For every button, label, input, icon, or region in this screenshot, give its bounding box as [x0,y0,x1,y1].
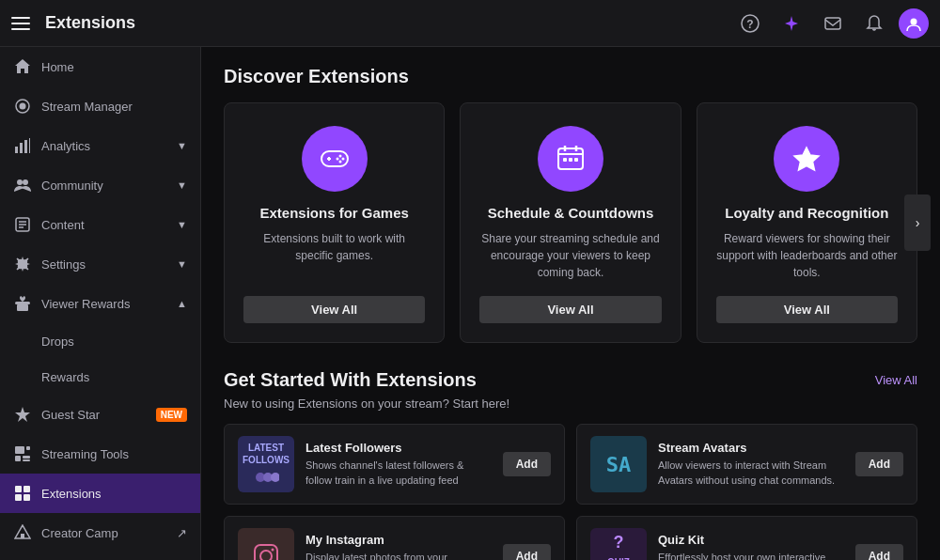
latest-followers-thumbnail: LATEST FOLLOWS [238,436,294,492]
viewer-rewards-icon [13,294,32,313]
schedule-card-icon [538,126,603,192]
home-icon [13,57,32,76]
svg-point-45 [271,473,279,482]
stream-manager-icon [13,97,32,116]
svg-rect-22 [23,456,30,459]
sidebar-item-guest-star[interactable]: Guest Star NEW [0,395,200,434]
stream-avatars-desc: Allow viewers to interact with Stream Av… [658,459,844,488]
games-card-desc: Extensions built to work with specific g… [243,230,425,281]
quiz-kit-name: Quiz Kit [658,533,844,547]
sidebar-item-stream-manager[interactable]: Stream Manager [0,86,200,126]
svg-rect-9 [29,138,30,153]
hamburger-menu-button[interactable] [11,12,34,35]
sidebar-item-extensions[interactable]: Extensions [0,474,200,513]
svg-point-48 [272,549,274,552]
svg-point-47 [260,551,272,560]
my-instagram-thumbnail [238,528,294,560]
svg-rect-23 [23,459,30,461]
user-avatar[interactable] [899,8,929,39]
analytics-chevron-icon: ▼ [177,140,187,151]
discover-card-schedule: Schedule & Countdowns Share your streami… [460,102,681,343]
viewer-rewards-chevron-icon: ▲ [177,298,187,309]
sidebar-item-drops[interactable]: Drops [0,323,200,359]
svg-rect-28 [21,534,24,538]
sidebar-rewards-label: Rewards [41,370,187,384]
sidebar-item-home[interactable]: Home [0,47,200,86]
svg-point-3 [911,18,917,24]
sidebar-extensions-label: Extensions [41,487,187,501]
svg-rect-19 [15,446,24,454]
sidebar-drops-label: Drops [41,334,187,349]
get-started-title: Get Started With Extensions [224,369,477,391]
creator-camp-icon [13,523,32,542]
sidebar-home-label: Home [41,60,187,74]
svg-rect-17 [15,302,30,304]
inbox-icon-button[interactable] [816,7,850,40]
loyalty-card-icon [774,126,839,192]
sidebar-item-viewer-rewards[interactable]: Viewer Rewards ▲ [0,284,200,323]
scroll-right-arrow[interactable]: › [904,194,931,251]
svg-point-33 [341,158,344,161]
schedule-card-title: Schedule & Countdowns [488,205,654,221]
loyalty-card-desc: Reward viewers for showing their support… [716,230,898,281]
extension-item-my-instagram: My Instagram Display latest photos from … [224,516,565,560]
loyalty-view-all-button[interactable]: View All [716,296,898,323]
sidebar-item-rewards[interactable]: Rewards [0,359,200,395]
sidebar-settings-label: Settings [41,257,167,272]
help-icon-button[interactable]: ? [733,7,767,40]
sidebar-item-analytics[interactable]: Analytics ▼ [0,126,200,165]
community-chevron-icon: ▼ [177,179,187,191]
my-instagram-info: My Instagram Display latest photos from … [306,533,492,560]
svg-rect-26 [15,494,22,501]
latest-followers-add-button[interactable]: Add [503,452,551,476]
svg-rect-6 [15,147,18,153]
svg-rect-46 [255,545,277,560]
extension-list: LATEST FOLLOWS Latest Followers [224,424,917,560]
sidebar-community-label: Community [41,179,167,193]
schedule-view-all-button[interactable]: View All [479,296,661,323]
community-icon [13,176,32,194]
get-started-view-all-link[interactable]: View All [875,373,917,387]
sidebar-item-safety-center[interactable]: Safety Center ↗ [0,552,200,560]
svg-rect-27 [24,494,30,501]
content-icon [13,215,32,234]
get-started-subtitle: New to using Extensions on your stream? … [224,397,917,411]
sidebar-item-settings[interactable]: Settings ▼ [0,244,200,284]
schedule-card-desc: Share your streaming schedule and encour… [479,230,661,281]
creator-camp-external-icon: ↗ [177,526,187,540]
svg-point-10 [17,179,23,185]
settings-icon [13,255,32,273]
quiz-kit-desc: Effortlessly host your own interactive q… [658,551,844,560]
games-card-icon [302,126,368,192]
analytics-icon [13,136,32,155]
my-instagram-add-button[interactable]: Add [503,544,551,560]
my-instagram-desc: Display latest photos from your Instagra… [306,551,492,560]
svg-rect-21 [15,456,21,461]
svg-rect-25 [24,486,30,492]
sidebar-viewer-rewards-label: Viewer Rewards [41,297,167,311]
svg-rect-2 [825,18,840,29]
sidebar-analytics-label: Analytics [41,139,167,153]
sparkle-icon-button[interactable] [775,7,808,40]
get-started-header: Get Started With Extensions View All [224,369,917,391]
topbar: Extensions ? [0,0,940,47]
sidebar-creator-camp-label: Creator Camp [41,526,167,540]
games-view-all-button[interactable]: View All [243,296,425,323]
sidebar-item-community[interactable]: Community ▼ [0,165,200,205]
quiz-kit-add-button[interactable]: Add [855,544,903,560]
svg-text:?: ? [746,18,753,31]
stream-avatars-add-button[interactable]: Add [855,452,903,476]
discover-title: Discover Extensions [224,66,917,87]
discover-card-games: Extensions for Games Extensions built to… [224,102,445,343]
settings-chevron-icon: ▼ [177,258,187,270]
sidebar-item-streaming-tools[interactable]: Streaming Tools [0,434,200,474]
discover-cards: Extensions for Games Extensions built to… [224,102,917,343]
sidebar-item-creator-camp[interactable]: Creator Camp ↗ [0,513,200,552]
svg-point-34 [338,161,341,163]
stream-avatars-thumbnail: SA [590,436,647,492]
notifications-icon-button[interactable] [857,7,891,40]
svg-point-35 [336,158,338,161]
sidebar-item-content[interactable]: Content ▼ [0,205,200,244]
latest-followers-info: Latest Followers Shows channel's latest … [306,441,492,488]
svg-rect-20 [26,446,30,450]
